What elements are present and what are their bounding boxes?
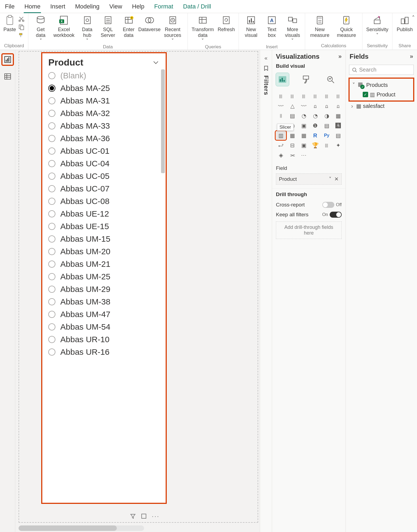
data-hub-button[interactable]: Data hub˅ [79,15,96,44]
viz-type-button[interactable]: ⫼ [333,92,343,100]
tab-insert[interactable]: Insert [50,3,65,10]
radio-icon[interactable] [48,336,55,343]
tab-datadrill[interactable]: Data / Drill [183,3,211,10]
viz-type-button[interactable]: ⮐ [276,141,286,149]
text-box-button[interactable]: A Text box [263,15,280,38]
viz-type-button[interactable]: 〰 [276,102,286,110]
slicer-item[interactable]: Abbas MA-33 [42,120,166,132]
build-visual-mode-button[interactable] [276,73,289,86]
tab-view[interactable]: View [109,3,122,10]
slicer-item[interactable]: Abbas UM-54 [42,321,166,333]
slicer-item[interactable]: Abbas UC-07 [42,182,166,195]
viz-type-button[interactable]: ◈ [276,151,286,159]
viz-type-button[interactable]: ◉ [287,122,297,130]
column-product[interactable]: ✓ Product [350,90,413,99]
viz-type-button[interactable]: ▦ [287,131,297,140]
radio-icon[interactable] [48,235,55,243]
radio-icon[interactable] [48,248,55,255]
viz-type-button[interactable]: ⫴ [276,112,286,120]
format-visual-mode-button[interactable] [300,73,313,86]
viz-type-button[interactable]: R [310,131,320,140]
slicer-item[interactable]: Abbas UM-29 [42,283,166,295]
more-options-icon[interactable]: ··· [152,512,160,520]
viz-type-button[interactable]: ✦ [333,141,343,149]
viz-type-button[interactable]: ⫼ [322,92,332,100]
field-chip-product[interactable]: Product ˅ ✕ [276,173,342,185]
viz-type-button[interactable]: ◑ [322,112,332,120]
table-salesfact[interactable]: › salesfact [346,102,417,110]
field-chip-remove-icon[interactable]: ✕ [334,176,339,182]
viz-type-button[interactable]: △ [287,102,297,110]
radio-icon[interactable] [48,273,55,280]
visualizations-collapse-icon[interactable]: » [338,53,342,60]
viz-type-button[interactable]: ▣ [299,141,309,149]
tab-home[interactable]: Home [24,3,40,10]
radio-icon[interactable] [48,286,55,293]
sql-server-button[interactable]: SQL Server [100,15,117,38]
keep-all-filters-toggle[interactable] [330,212,342,218]
quick-measure-button[interactable]: Quick measure [335,15,358,38]
slicer-dropdown-icon[interactable] [152,59,160,66]
excel-workbook-button[interactable]: X Excel workbook [53,15,75,38]
slicer-item[interactable]: (Blank) [42,69,166,82]
filter-icon[interactable] [130,513,136,519]
drill-through-dropzone[interactable]: Add drill-through fields here [276,221,342,239]
viz-type-button[interactable]: ▣ [299,122,309,130]
radio-icon[interactable] [48,110,55,117]
viz-type-button[interactable]: ❶ [310,122,320,130]
viz-type-button[interactable]: ⋯ [299,151,309,159]
field-chip-menu-icon[interactable]: ˅ [329,176,332,182]
radio-icon[interactable] [48,223,55,230]
radio-icon[interactable] [48,122,55,129]
slicer-item[interactable]: Abbas UM-38 [42,295,166,308]
radio-icon[interactable] [48,97,55,104]
report-view-button[interactable] [2,54,13,65]
radio-icon[interactable] [48,185,55,192]
slicer-item[interactable]: Abbas MA-36 [42,132,166,145]
fields-search-input[interactable]: Search [349,65,414,75]
viz-type-button[interactable]: ▦ [276,122,286,130]
viz-type-button[interactable]: ⫘ [287,151,297,159]
table-products[interactable]: ˅ ✓ Products [350,80,413,90]
tab-file[interactable]: File [5,3,14,10]
viz-type-button[interactable]: ⫼ [322,141,332,149]
transform-data-button[interactable]: Transform data˅ [192,15,214,44]
viz-type-button[interactable]: ⊟ [287,141,297,149]
viz-type-button[interactable]: ⩍ [310,102,320,110]
get-data-button[interactable]: Get data˅ [32,15,49,44]
tab-help[interactable]: Help [132,3,144,10]
viz-type-button[interactable]: ▤ [287,112,297,120]
copy-icon[interactable] [18,23,25,31]
radio-icon[interactable] [48,261,55,268]
slicer-visual[interactable]: Product (Blank)Abbas MA-25Abbas MA-31Abb… [41,52,167,504]
analytics-mode-button[interactable] [324,73,337,86]
focus-mode-icon[interactable] [141,513,147,519]
slicer-item[interactable]: Abbas MA-31 [42,94,166,107]
slicer-scrollbar[interactable] [160,69,166,500]
radio-icon[interactable] [48,85,55,92]
slicer-item[interactable]: Abbas MA-32 [42,107,166,120]
slicer-item[interactable]: Abbas UM-20 [42,245,166,258]
viz-type-button[interactable]: 〰 [299,102,309,110]
radio-icon[interactable] [48,173,55,180]
viz-type-button[interactable]: ⫼ [310,92,320,100]
publish-button[interactable]: Publish [396,15,413,32]
slicer-item[interactable]: Abbas UC-08 [42,195,166,208]
report-canvas[interactable]: Product (Blank)Abbas MA-25Abbas MA-31Abb… [15,50,260,532]
slicer-item[interactable]: Abbas UC-04 [42,157,166,170]
viz-type-button[interactable]: Slicer▥ [276,131,286,140]
viz-type-button[interactable]: ⫼ [276,92,286,100]
slicer-item[interactable]: Abbas UC-01 [42,145,166,157]
viz-type-button[interactable]: ⩍ [322,102,332,110]
viz-type-button[interactable]: 🏆 [310,141,320,149]
viz-type-button[interactable]: ◔ [310,112,320,120]
fields-collapse-icon[interactable]: » [410,53,413,60]
filters-expand-icon[interactable]: « [264,55,267,61]
radio-icon[interactable] [48,348,55,356]
new-measure-button[interactable]: New measure [309,15,331,38]
viz-type-button[interactable]: 🅰 [333,122,343,130]
viz-type-button[interactable]: ⩍ [333,102,343,110]
new-visual-button[interactable]: New visual [243,15,260,38]
column-checked-icon[interactable]: ✓ [363,92,368,97]
slicer-item[interactable]: Abbas UC-05 [42,170,166,182]
